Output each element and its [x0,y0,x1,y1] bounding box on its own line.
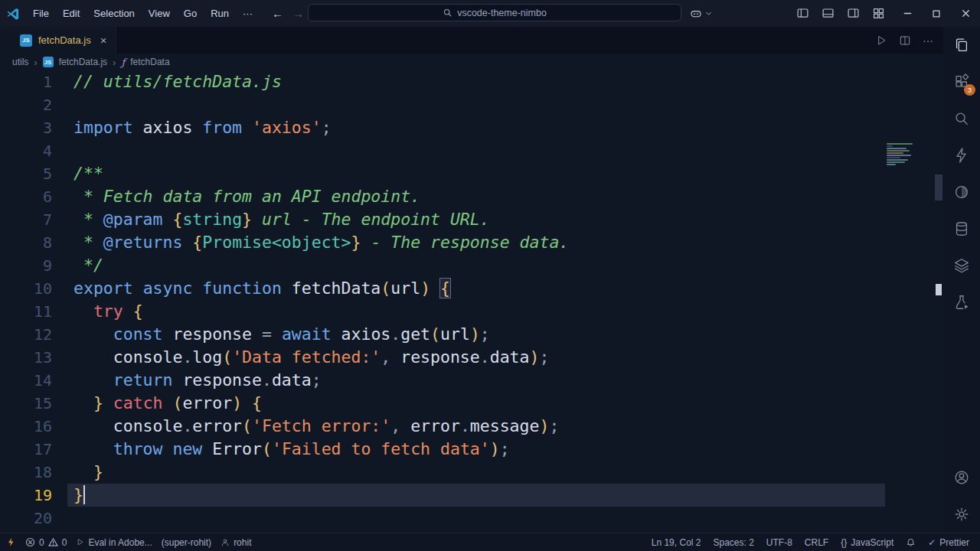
line-number: 4 [0,139,67,162]
maximize-button[interactable] [922,0,951,27]
database-icon[interactable] [943,210,980,247]
line-number: 11 [0,300,67,323]
layers-icon[interactable] [943,247,980,284]
search-icon[interactable] [943,100,980,137]
copilot-icon [689,7,703,21]
line-number: 10 [0,277,67,300]
lightning-icon[interactable] [943,137,980,174]
branch-status[interactable]: rohit [220,537,251,548]
tab-close-icon[interactable]: × [100,34,107,47]
code-line[interactable]: 15 } catch (error) { [0,392,943,415]
code-line[interactable]: 2 [0,93,943,116]
code-lines: 1// utils/fetchData.js23import axios fro… [0,70,943,530]
code-line[interactable]: 6 * Fetch data from an API endpoint. [0,185,943,208]
menu-edit[interactable]: Edit [56,5,87,21]
code-line[interactable]: 1// utils/fetchData.js [0,70,943,93]
line-number: 9 [0,254,67,277]
testing-beaker-icon[interactable] [943,284,980,321]
remote-indicator[interactable] [6,537,16,547]
code-line[interactable]: 5/** [0,162,943,185]
language-mode[interactable]: {} JavaScript [841,537,893,548]
eol-sequence[interactable]: CRLF [805,537,828,548]
breadcrumb: utils › JS fetchData.js › ƒ fetchData [0,54,943,70]
code-line[interactable]: 14 return response.data; [0,369,943,392]
split-editor-icon[interactable] [899,34,911,47]
tab-bar: JS fetchData.js × ··· [0,27,943,54]
chevron-down-icon [705,10,712,17]
extensions-badge: 3 [964,84,975,96]
code-line[interactable]: 11 try { [0,300,943,323]
line-number: 14 [0,369,67,392]
toggle-secondary-sidebar-icon[interactable] [847,7,860,20]
menu-run[interactable]: Run [204,5,236,21]
code-line[interactable]: 19} [0,484,943,507]
editor-scrollbar[interactable] [935,174,942,201]
code-line[interactable]: 20 [0,507,943,530]
encoding[interactable]: UTF-8 [766,537,792,548]
account-icon[interactable] [943,459,980,496]
command-center-search[interactable]: vscode-theme-nimbo [308,4,681,21]
code-line[interactable]: 4 [0,139,943,162]
menu-selection[interactable]: Selection [87,5,141,21]
task-label: Eval in Adobe... [88,537,152,548]
person-icon [220,538,230,547]
code-editor[interactable]: 1// utils/fetchData.js23import axios fro… [0,70,943,533]
menu-view[interactable]: View [142,5,177,21]
menu-go[interactable]: Go [177,5,204,21]
notifications-bell[interactable] [906,537,916,547]
line-number: 7 [0,208,67,231]
status-left: 0 0 Eval in Adobe... (super-rohit) rohit [0,537,251,548]
breadcrumb-symbol[interactable]: fetchData [130,57,169,67]
cursor-position[interactable]: Ln 19, Col 2 [652,537,701,548]
vscode-logo-icon [0,0,26,27]
code-line[interactable]: 7 * @param {string} url - The endpoint U… [0,208,943,231]
more-actions-icon[interactable]: ··· [923,34,933,47]
code-line[interactable]: 16 console.error('Fetch error:', error.m… [0,415,943,438]
explorer-icon[interactable] [943,27,980,64]
forward-arrow-icon[interactable]: → [292,7,304,20]
problems-indicator[interactable]: 0 0 [25,537,67,548]
breadcrumb-separator: › [34,57,37,68]
extensions-icon[interactable]: 3 [943,64,980,100]
status-right: Ln 19, Col 2 Spaces: 2 UTF-8 CRLF {} Jav… [652,537,980,548]
code-line[interactable]: 18 } [0,461,943,484]
copilot-menu[interactable] [689,0,712,27]
minimap[interactable] [887,143,917,169]
close-window-button[interactable] [951,0,980,27]
minimize-button[interactable] [893,0,922,27]
breadcrumb-folder[interactable]: utils [12,57,28,67]
code-line[interactable]: 12 const response = await axios.get(url)… [0,323,943,346]
editor-actions: ··· [875,34,943,47]
customize-layout-icon[interactable] [872,7,885,20]
circle-half-icon[interactable] [943,174,980,210]
code-line[interactable]: 3import axios from 'axios'; [0,116,943,139]
window-controls [893,0,980,27]
code-line[interactable]: 8 * @returns {Promise<object>} - The res… [0,231,943,254]
tab-fetchdata[interactable]: JS fetchData.js × [0,27,116,54]
indentation[interactable]: Spaces: 2 [713,537,753,548]
line-number: 20 [0,507,67,530]
symbol-function-icon: ƒ [121,57,125,68]
warning-icon [48,537,58,547]
remote-lightning-icon [6,537,16,547]
toggle-panel-icon[interactable] [822,7,835,20]
code-line[interactable]: 17 throw new Error('Failed to fetch data… [0,438,943,461]
code-line[interactable]: 10export async function fetchData(url) { [0,277,943,300]
js-file-icon: JS [43,57,54,67]
run-file-icon[interactable] [875,34,887,47]
task-status[interactable]: Eval in Adobe... [76,537,152,548]
python-env[interactable]: (super-rohit) [162,537,211,548]
menu-bar: File Edit Selection View Go Run ··· [26,5,260,21]
toggle-sidebar-icon[interactable] [796,7,809,20]
text-cursor [83,485,85,504]
status-bar: 0 0 Eval in Adobe... (super-rohit) rohit… [0,533,980,551]
code-line[interactable]: 9 */ [0,254,943,277]
menu-overflow[interactable]: ··· [236,5,260,21]
formatter-status[interactable]: ✓ Prettier [928,537,969,548]
menu-file[interactable]: File [26,5,56,21]
line-number: 17 [0,438,67,461]
breadcrumb-file[interactable]: fetchData.js [59,57,107,67]
settings-gear-icon[interactable] [943,496,980,533]
back-arrow-icon[interactable]: ← [272,7,283,20]
code-line[interactable]: 13 console.log('Data fetched:', response… [0,346,943,369]
